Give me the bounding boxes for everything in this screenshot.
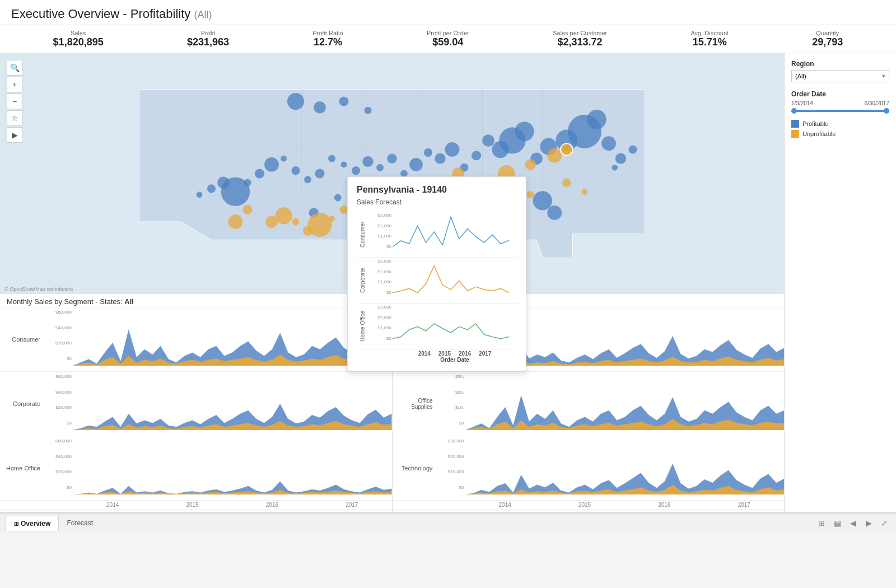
- svg-point-23: [341, 162, 347, 168]
- svg-point-76: [242, 205, 252, 214]
- map-zoom-out-btn[interactable]: −: [7, 94, 22, 109]
- svg-point-37: [628, 145, 637, 153]
- svg-point-52: [365, 107, 372, 114]
- svg-point-30: [255, 169, 264, 178]
- tab-forecast[interactable]: Forecast: [59, 516, 101, 530]
- svg-point-18: [409, 158, 423, 171]
- kpi-sales: Sales $1,820,895: [53, 30, 104, 48]
- svg-point-73: [562, 179, 571, 187]
- legend-profitable: Profitable: [791, 120, 889, 128]
- tooltip-xaxis: 2014 2015 2016 2017: [357, 351, 517, 357]
- map-search-btn[interactable]: 🔍: [7, 60, 22, 76]
- homeoffice-label: Home Office: [0, 465, 45, 472]
- tab-grid-icon[interactable]: ⊞: [815, 517, 828, 529]
- legend-unprofitable-label: Unprofitable: [802, 130, 836, 137]
- region-select[interactable]: (All): [791, 70, 889, 82]
- tabs-right: ⊞ ▦ ◀ ▶ ⤢: [815, 517, 890, 529]
- svg-point-43: [334, 194, 342, 202]
- tab-expand-btn[interactable]: ⤢: [878, 517, 890, 529]
- kpi-bar: Sales $1,820,895 Profit $231,963 Profit …: [0, 25, 896, 53]
- bubble-unprofitable-pa[interactable]: [547, 148, 562, 163]
- consumer-label: Consumer: [0, 336, 45, 343]
- consumer-yaxis: $60,000$40,000$20,000$0: [45, 310, 73, 369]
- range-track: [791, 110, 889, 112]
- kpi-avgd-value: 15.71%: [690, 36, 729, 48]
- tab-list-icon[interactable]: ▦: [831, 517, 843, 529]
- left-charts: Monthly Sales by Segment - States: All C…: [0, 294, 393, 512]
- page-header: Executive Overview - Profitability (All): [0, 0, 896, 25]
- svg-point-28: [281, 156, 287, 162]
- office-supplies-yaxis: $30,$20,$10,$0: [437, 374, 465, 433]
- tooltip-consumer-row: Consumer $3,000$2,000$1,000$0: [357, 212, 517, 258]
- legend-profitable-label: Profitable: [802, 120, 828, 127]
- tooltip-homeoffice-chart: [393, 304, 517, 349]
- right-panel: Region (All) Order Date 1/3/2014 6/30/20…: [784, 53, 896, 512]
- tooltip-homeoffice-yaxis: $3,000$2,000$1,000$0: [368, 304, 393, 349]
- date-range-slider[interactable]: [791, 110, 889, 112]
- tab-overview[interactable]: ⊞Overview: [6, 516, 59, 531]
- kpi-qty-value: 29,793: [812, 36, 843, 48]
- technology-chart: [465, 438, 785, 498]
- svg-point-19: [387, 154, 396, 164]
- svg-point-13: [482, 134, 494, 147]
- region-section: Region (All): [791, 60, 889, 82]
- range-thumb-right[interactable]: [884, 108, 889, 114]
- map-controls: 🔍 + − ☆ ▶: [7, 60, 22, 144]
- legend-profitable-color: [791, 120, 799, 128]
- chart-row-office-supplies: OfficeSupplies $30,$20,$10,$0: [393, 372, 785, 436]
- main-content: 🔍 + − ☆ ▶: [0, 53, 896, 512]
- homeoffice-yaxis: $60,000$40,000$20,000$0: [45, 438, 73, 498]
- kpi-profit-per-order: Profit per Order $59.04: [427, 30, 469, 48]
- svg-point-26: [304, 176, 311, 183]
- kpi-spc-label: Sales per Customer: [553, 30, 607, 36]
- svg-point-21: [362, 156, 373, 167]
- tooltip-corporate-label: Corporate: [357, 258, 368, 303]
- svg-point-9: [601, 136, 616, 151]
- map-container[interactable]: 🔍 + − ☆ ▶: [0, 53, 784, 294]
- svg-point-69: [275, 207, 292, 224]
- pa-19140-bubble[interactable]: [561, 143, 573, 156]
- kpi-ppo-value: $59.04: [427, 36, 469, 48]
- svg-point-24: [328, 155, 335, 162]
- map-star-btn[interactable]: ☆: [7, 110, 22, 126]
- technology-yaxis: $30,000$20,000$10,000$0: [437, 438, 465, 498]
- tab-prev-btn[interactable]: ◀: [847, 517, 859, 529]
- tooltip-consumer-chart: [393, 212, 517, 257]
- tooltip: Pennsylvania - 19140 Sales Forecast Cons…: [347, 176, 526, 371]
- tooltip-homeoffice-row: Home Office $3,000$2,000$1,000$0: [357, 304, 517, 349]
- map-play-btn[interactable]: ▶: [7, 127, 22, 143]
- svg-point-33: [217, 176, 230, 189]
- svg-point-29: [264, 157, 279, 172]
- chart-row-technology: Technology $30,000$20,000$10,000$0: [393, 436, 785, 501]
- order-date-label: Order Date: [791, 90, 889, 98]
- svg-point-20: [376, 164, 384, 171]
- left-chart-title: Monthly Sales by Segment - States: All: [0, 294, 392, 307]
- date-range-display: 1/3/2014 6/30/2017: [791, 100, 889, 106]
- region-select-wrap[interactable]: (All): [791, 70, 889, 82]
- kpi-profit: Profit $231,963: [187, 30, 229, 48]
- kpi-avg-discount: Avg. Discount 15.71%: [690, 30, 729, 48]
- office-supplies-label: OfficeSupplies: [393, 398, 437, 410]
- svg-point-51: [339, 96, 348, 106]
- svg-point-53: [525, 159, 536, 170]
- kpi-sales-label: Sales: [53, 30, 104, 36]
- svg-point-70: [265, 216, 278, 228]
- svg-point-38: [612, 165, 618, 171]
- svg-point-77: [228, 214, 243, 229]
- svg-point-11: [515, 122, 534, 141]
- svg-marker-88: [465, 464, 785, 494]
- svg-point-17: [424, 148, 432, 157]
- office-supplies-chart: [465, 374, 785, 433]
- kpi-quantity: Quantity 29,793: [812, 30, 843, 48]
- map-zoom-in-btn[interactable]: +: [7, 77, 22, 92]
- date-start: 1/3/2014: [791, 100, 813, 106]
- tooltip-subtitle: Sales Forecast: [357, 198, 517, 206]
- svg-point-15: [445, 142, 460, 157]
- page-title: Executive Overview - Profitability (All): [11, 7, 885, 21]
- tab-next-btn[interactable]: ▶: [862, 517, 875, 529]
- svg-point-75: [527, 191, 534, 198]
- tooltip-title: Pennsylvania - 19140: [357, 185, 517, 195]
- range-thumb-left[interactable]: [791, 108, 797, 114]
- tooltip-corporate-yaxis: $3,000$2,000$1,000$0: [368, 258, 393, 303]
- tooltip-consumer-label: Consumer: [357, 212, 368, 257]
